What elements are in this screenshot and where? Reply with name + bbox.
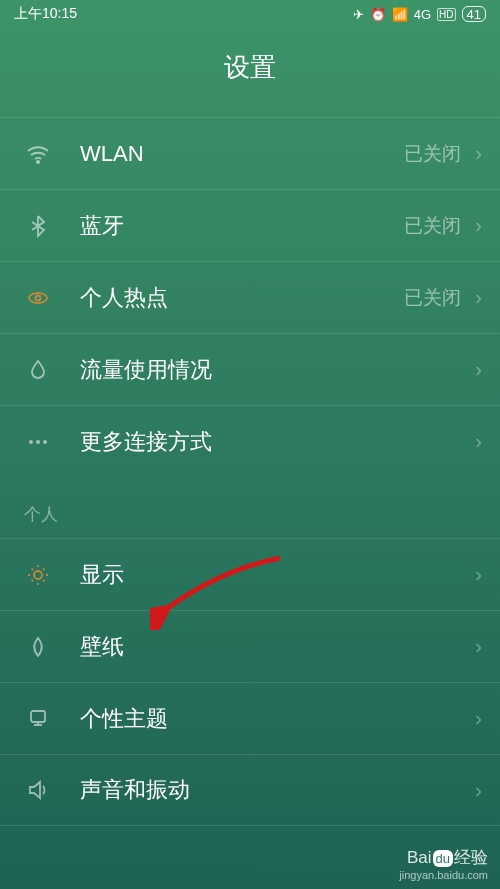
- chevron-right-icon: ›: [475, 214, 482, 237]
- svg-point-0: [37, 160, 39, 162]
- status-time: 上午10:15: [14, 5, 77, 23]
- row-label: 壁纸: [80, 632, 475, 662]
- row-wallpaper[interactable]: 壁纸 ›: [0, 610, 500, 682]
- page-title: 设置: [0, 28, 500, 117]
- chevron-right-icon: ›: [475, 430, 482, 453]
- row-display[interactable]: 显示 ›: [0, 538, 500, 610]
- row-label: 更多连接方式: [80, 427, 475, 457]
- row-label: 蓝牙: [80, 211, 404, 241]
- row-label: 流量使用情况: [80, 355, 475, 385]
- row-value: 已关闭: [404, 141, 461, 167]
- svg-point-3: [29, 440, 33, 444]
- svg-point-5: [43, 440, 47, 444]
- alarm-icon: ⏰: [370, 7, 386, 22]
- chevron-right-icon: ›: [475, 142, 482, 165]
- brightness-icon: [24, 561, 52, 589]
- watermark-url: jingyan.baidu.com: [399, 869, 488, 881]
- dnd-icon: ✈: [353, 7, 364, 22]
- row-wlan[interactable]: WLAN 已关闭 ›: [0, 117, 500, 189]
- settings-list: WLAN 已关闭 › 蓝牙 已关闭 › 个人热点 已关闭 › 流量使用情况 › …: [0, 117, 500, 826]
- row-value: 已关闭: [404, 285, 461, 311]
- chevron-right-icon: ›: [475, 779, 482, 802]
- row-theme[interactable]: 个性主题 ›: [0, 682, 500, 754]
- row-label: WLAN: [80, 141, 404, 167]
- svg-point-2: [29, 293, 47, 303]
- svg-point-4: [36, 440, 40, 444]
- hd-icon: HD: [437, 8, 455, 21]
- network-type: 4G: [414, 7, 431, 22]
- chevron-right-icon: ›: [475, 707, 482, 730]
- row-bluetooth[interactable]: 蓝牙 已关闭 ›: [0, 189, 500, 261]
- row-label: 个性主题: [80, 704, 475, 734]
- row-label: 个人热点: [80, 283, 404, 313]
- svg-rect-7: [31, 711, 45, 722]
- droplet-icon: [24, 356, 52, 384]
- svg-point-6: [34, 571, 42, 579]
- row-hotspot[interactable]: 个人热点 已关闭 ›: [0, 261, 500, 333]
- bluetooth-icon: [24, 212, 52, 240]
- chevron-right-icon: ›: [475, 286, 482, 309]
- hotspot-icon: [24, 284, 52, 312]
- section-header-personal: 个人: [0, 477, 500, 538]
- row-more-connections[interactable]: 更多连接方式 ›: [0, 405, 500, 477]
- status-right: ✈ ⏰ 📶 4G HD 41: [353, 6, 486, 22]
- chevron-right-icon: ›: [475, 358, 482, 381]
- sound-icon: [24, 776, 52, 804]
- wallpaper-icon: [24, 633, 52, 661]
- wifi-icon: [24, 140, 52, 168]
- more-icon: [24, 428, 52, 456]
- watermark: Baidu经验 jingyan.baidu.com: [399, 846, 488, 881]
- chevron-right-icon: ›: [475, 563, 482, 586]
- svg-point-1: [36, 295, 41, 300]
- watermark-brand: Baidu经验: [399, 846, 488, 869]
- row-sound[interactable]: 声音和振动 ›: [0, 754, 500, 826]
- battery-indicator: 41: [462, 6, 486, 22]
- row-value: 已关闭: [404, 213, 461, 239]
- row-label: 声音和振动: [80, 775, 475, 805]
- theme-icon: [24, 705, 52, 733]
- status-bar: 上午10:15 ✈ ⏰ 📶 4G HD 41: [0, 0, 500, 28]
- chevron-right-icon: ›: [475, 635, 482, 658]
- row-data-usage[interactable]: 流量使用情况 ›: [0, 333, 500, 405]
- row-label: 显示: [80, 560, 475, 590]
- signal-icon: 📶: [392, 7, 408, 22]
